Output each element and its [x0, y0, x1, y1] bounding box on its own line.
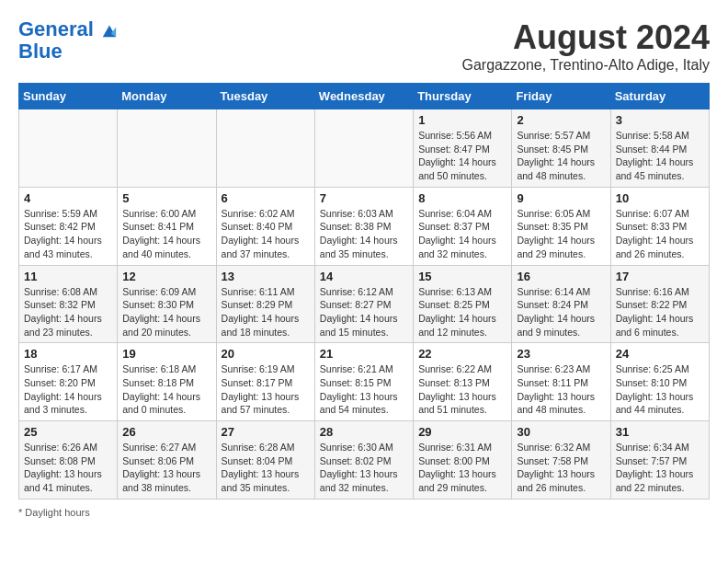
calendar-week-row: 25Sunrise: 6:26 AM Sunset: 8:08 PM Dayli…	[19, 421, 710, 500]
day-info: Sunrise: 5:59 AM Sunset: 8:42 PM Dayligh…	[24, 207, 112, 261]
day-number: 5	[122, 191, 210, 205]
calendar-cell: 30Sunrise: 6:32 AM Sunset: 7:58 PM Dayli…	[512, 421, 610, 500]
subtitle: Gargazzone, Trentino-Alto Adige, Italy	[462, 57, 710, 74]
day-info: Sunrise: 6:34 AM Sunset: 7:57 PM Dayligh…	[616, 441, 704, 495]
calendar-cell: 31Sunrise: 6:34 AM Sunset: 7:57 PM Dayli…	[610, 421, 709, 500]
day-info: Sunrise: 5:56 AM Sunset: 8:47 PM Dayligh…	[418, 129, 506, 183]
day-info: Sunrise: 6:30 AM Sunset: 8:02 PM Dayligh…	[320, 441, 408, 495]
title-block: August 2024 Gargazzone, Trentino-Alto Ad…	[462, 18, 710, 74]
day-number: 14	[320, 270, 408, 283]
logo: General Blue	[18, 18, 118, 63]
calendar-table: SundayMondayTuesdayWednesdayThursdayFrid…	[18, 83, 710, 500]
page-header: General Blue August 2024 Gargazzone, Tre…	[18, 18, 710, 74]
day-number: 28	[320, 425, 408, 439]
calendar-cell: 16Sunrise: 6:14 AM Sunset: 8:24 PM Dayli…	[512, 265, 610, 343]
day-info: Sunrise: 6:18 AM Sunset: 8:18 PM Dayligh…	[122, 362, 210, 417]
calendar-week-row: 18Sunrise: 6:17 AM Sunset: 8:20 PM Dayli…	[19, 343, 710, 421]
calendar-cell: 24Sunrise: 6:25 AM Sunset: 8:10 PM Dayli…	[610, 343, 709, 421]
calendar-cell: 12Sunrise: 6:09 AM Sunset: 8:30 PM Dayli…	[118, 265, 216, 343]
day-info: Sunrise: 6:09 AM Sunset: 8:30 PM Dayligh…	[122, 285, 210, 339]
calendar-cell: 19Sunrise: 6:18 AM Sunset: 8:18 PM Dayli…	[118, 343, 216, 421]
day-info: Sunrise: 6:23 AM Sunset: 8:11 PM Dayligh…	[517, 362, 605, 417]
calendar-cell: 23Sunrise: 6:23 AM Sunset: 8:11 PM Dayli…	[512, 343, 610, 421]
day-number: 24	[616, 347, 704, 361]
day-number: 17	[616, 270, 704, 283]
day-info: Sunrise: 5:57 AM Sunset: 8:45 PM Dayligh…	[517, 129, 605, 183]
day-number: 18	[24, 347, 112, 361]
calendar-cell	[216, 109, 314, 188]
day-info: Sunrise: 6:16 AM Sunset: 8:22 PM Dayligh…	[616, 285, 704, 339]
day-info: Sunrise: 6:07 AM Sunset: 8:33 PM Dayligh…	[616, 207, 704, 261]
calendar-cell: 29Sunrise: 6:31 AM Sunset: 8:00 PM Dayli…	[414, 421, 512, 500]
day-info: Sunrise: 6:12 AM Sunset: 8:27 PM Dayligh…	[320, 285, 408, 339]
day-number: 11	[24, 270, 112, 283]
day-number: 21	[320, 347, 408, 361]
day-number: 6	[222, 191, 310, 205]
day-number: 4	[24, 191, 112, 205]
day-info: Sunrise: 6:17 AM Sunset: 8:20 PM Dayligh…	[24, 362, 112, 417]
day-info: Sunrise: 6:25 AM Sunset: 8:10 PM Dayligh…	[616, 362, 704, 417]
day-info: Sunrise: 6:04 AM Sunset: 8:37 PM Dayligh…	[418, 207, 506, 261]
day-info: Sunrise: 6:19 AM Sunset: 8:17 PM Dayligh…	[222, 362, 310, 417]
calendar-day-header: Tuesday	[216, 84, 314, 109]
day-number: 2	[517, 113, 605, 127]
day-info: Sunrise: 6:02 AM Sunset: 8:40 PM Dayligh…	[222, 207, 310, 261]
footer-note: * Daylight hours	[18, 507, 710, 518]
day-info: Sunrise: 6:22 AM Sunset: 8:13 PM Dayligh…	[418, 362, 506, 417]
day-info: Sunrise: 6:28 AM Sunset: 8:04 PM Dayligh…	[222, 441, 310, 495]
day-number: 31	[616, 425, 704, 439]
calendar-day-header: Thursday	[414, 84, 512, 109]
day-number: 1	[418, 113, 506, 127]
day-number: 23	[517, 347, 605, 361]
calendar-cell: 22Sunrise: 6:22 AM Sunset: 8:13 PM Dayli…	[414, 343, 512, 421]
day-info: Sunrise: 6:08 AM Sunset: 8:32 PM Dayligh…	[24, 285, 112, 339]
day-number: 27	[222, 425, 310, 439]
calendar-cell: 6Sunrise: 6:02 AM Sunset: 8:40 PM Daylig…	[216, 187, 314, 265]
calendar-week-row: 4Sunrise: 5:59 AM Sunset: 8:42 PM Daylig…	[19, 187, 710, 265]
day-number: 7	[320, 191, 408, 205]
calendar-cell: 11Sunrise: 6:08 AM Sunset: 8:32 PM Dayli…	[19, 265, 118, 343]
calendar-cell: 18Sunrise: 6:17 AM Sunset: 8:20 PM Dayli…	[19, 343, 118, 421]
day-number: 12	[122, 270, 210, 283]
day-info: Sunrise: 6:13 AM Sunset: 8:25 PM Dayligh…	[418, 285, 506, 339]
day-number: 10	[616, 191, 704, 205]
calendar-cell: 9Sunrise: 6:05 AM Sunset: 8:35 PM Daylig…	[512, 187, 610, 265]
calendar-cell: 20Sunrise: 6:19 AM Sunset: 8:17 PM Dayli…	[216, 343, 314, 421]
calendar-cell: 5Sunrise: 6:00 AM Sunset: 8:41 PM Daylig…	[118, 187, 216, 265]
day-info: Sunrise: 6:00 AM Sunset: 8:41 PM Dayligh…	[122, 207, 210, 261]
day-number: 29	[418, 425, 506, 439]
day-number: 25	[24, 425, 112, 439]
calendar-week-row: 1Sunrise: 5:56 AM Sunset: 8:47 PM Daylig…	[19, 109, 710, 188]
day-info: Sunrise: 6:27 AM Sunset: 8:06 PM Dayligh…	[122, 441, 210, 495]
calendar-week-row: 11Sunrise: 6:08 AM Sunset: 8:32 PM Dayli…	[19, 265, 710, 343]
day-info: Sunrise: 5:58 AM Sunset: 8:44 PM Dayligh…	[616, 129, 704, 183]
day-number: 30	[517, 425, 605, 439]
footer-text: Daylight hours	[25, 507, 89, 518]
day-info: Sunrise: 6:11 AM Sunset: 8:29 PM Dayligh…	[222, 285, 310, 339]
calendar-cell: 15Sunrise: 6:13 AM Sunset: 8:25 PM Dayli…	[414, 265, 512, 343]
day-number: 13	[222, 270, 310, 283]
calendar-day-header: Sunday	[19, 84, 118, 109]
calendar-cell: 13Sunrise: 6:11 AM Sunset: 8:29 PM Dayli…	[216, 265, 314, 343]
day-info: Sunrise: 6:14 AM Sunset: 8:24 PM Dayligh…	[517, 285, 605, 339]
calendar-cell: 17Sunrise: 6:16 AM Sunset: 8:22 PM Dayli…	[610, 265, 709, 343]
logo-text2: Blue	[18, 40, 63, 63]
calendar-cell: 26Sunrise: 6:27 AM Sunset: 8:06 PM Dayli…	[118, 421, 216, 500]
day-info: Sunrise: 6:31 AM Sunset: 8:00 PM Dayligh…	[418, 441, 506, 495]
calendar-cell: 7Sunrise: 6:03 AM Sunset: 8:38 PM Daylig…	[314, 187, 413, 265]
logo-text: General	[18, 18, 118, 40]
day-number: 16	[517, 270, 605, 283]
calendar-cell: 3Sunrise: 5:58 AM Sunset: 8:44 PM Daylig…	[610, 109, 709, 188]
day-number: 26	[122, 425, 210, 439]
day-info: Sunrise: 6:32 AM Sunset: 7:58 PM Dayligh…	[517, 441, 605, 495]
calendar-day-header: Saturday	[610, 84, 709, 109]
calendar-cell: 1Sunrise: 5:56 AM Sunset: 8:47 PM Daylig…	[414, 109, 512, 188]
calendar-cell: 4Sunrise: 5:59 AM Sunset: 8:42 PM Daylig…	[19, 187, 118, 265]
calendar-body: 1Sunrise: 5:56 AM Sunset: 8:47 PM Daylig…	[19, 109, 710, 500]
calendar-cell: 14Sunrise: 6:12 AM Sunset: 8:27 PM Dayli…	[314, 265, 413, 343]
day-number: 8	[418, 191, 506, 205]
calendar-cell: 8Sunrise: 6:04 AM Sunset: 8:37 PM Daylig…	[414, 187, 512, 265]
month-title: August 2024	[462, 18, 710, 57]
day-number: 20	[222, 347, 310, 361]
calendar-day-header: Friday	[512, 84, 610, 109]
